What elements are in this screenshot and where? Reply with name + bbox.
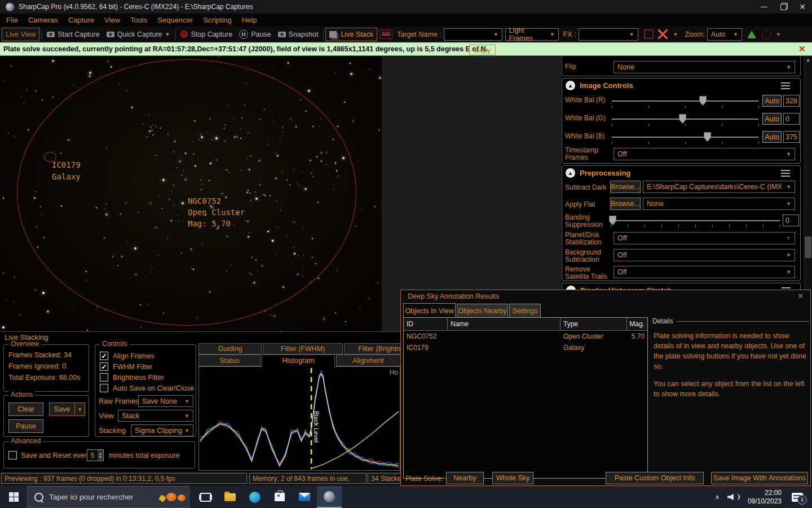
start-capture-button[interactable]: Start Capture	[43, 28, 103, 41]
save-button[interactable]: Save	[49, 402, 75, 416]
save-reset-checkbox[interactable]	[8, 451, 17, 459]
menu-item-sequencer[interactable]: Sequencer	[152, 16, 198, 24]
stack-option-checkbox[interactable]: Auto Save on Clear/Close	[100, 383, 195, 393]
chevron-down-icon[interactable]: ▼	[776, 32, 781, 37]
tab-objects-nearby[interactable]: Objects Nearby	[457, 304, 508, 318]
white-bal-r-auto-button[interactable]: Auto	[762, 95, 782, 107]
stop-capture-button[interactable]: Stop Capture	[177, 28, 236, 41]
menu-item-cameras[interactable]: Cameras	[23, 16, 63, 24]
mail-button[interactable]	[292, 486, 317, 508]
notification-center-button[interactable]: 1	[792, 493, 803, 502]
save-image-annotations-button[interactable]: Save Image With Annotations	[711, 472, 808, 484]
background-subtraction-select[interactable]: Off▼	[614, 249, 795, 261]
minutes-spinner[interactable]: 5 ▲▼	[87, 449, 104, 461]
banding-suppression-slider[interactable]	[611, 220, 780, 221]
stack-option-checkbox[interactable]: Brightness Filter	[100, 372, 195, 383]
plate-solve-whole-sky-button[interactable]: Whole Sky	[492, 472, 533, 484]
close-button[interactable]: ✕	[793, 0, 812, 14]
live-stack-button[interactable]: Live Stack	[325, 28, 377, 41]
tab-guiding[interactable]: Guiding	[198, 343, 262, 354]
column-header-mag[interactable]: Mag.	[627, 318, 646, 330]
column-header-type[interactable]: Type	[561, 318, 627, 330]
section-menu-icon[interactable]	[781, 82, 790, 89]
menu-item-scripting[interactable]: Scripting	[198, 16, 237, 24]
reticle-icon[interactable]	[761, 29, 771, 40]
stack-option-checkbox[interactable]: ✓FWHM Filter	[100, 361, 195, 372]
frame-type-select[interactable]: Light Frames▼	[505, 28, 559, 41]
selection-area-icon[interactable]	[644, 29, 654, 39]
scrollbar-up-icon[interactable]: ▲	[804, 56, 812, 63]
clear-button[interactable]: Clear	[8, 402, 43, 416]
clock[interactable]: 22:00 09/10/2023	[748, 489, 782, 506]
white-bal-b-auto-button[interactable]: Auto	[762, 131, 782, 143]
pause-button[interactable]: Pause	[236, 28, 274, 41]
crosshair-overlay-icon[interactable]: ❌	[657, 29, 669, 40]
tab-settings[interactable]: Settings	[509, 304, 541, 318]
close-notification-icon[interactable]: ✕	[798, 44, 806, 54]
flip-select[interactable]: None▼	[614, 61, 795, 73]
live-view-button[interactable]: Live View	[2, 28, 39, 41]
menu-item-file[interactable]: File	[1, 16, 23, 24]
tab-histogram[interactable]: Histogram	[262, 354, 335, 367]
file-explorer-button[interactable]	[218, 486, 242, 508]
maximize-button[interactable]	[774, 0, 793, 14]
tab-filter-fwhm[interactable]: Filter (FWHM)	[263, 343, 343, 354]
paste-custom-object-button[interactable]: Paste Custom Object Info	[606, 472, 704, 484]
menu-item-help[interactable]: Help	[237, 16, 262, 24]
starfield[interactable]: IC0179 Galaxy NGC0752 Open Cluster Mag: …	[0, 56, 382, 331]
apply-flat-select[interactable]: None▼	[643, 198, 795, 210]
menu-item-tools[interactable]: Tools	[125, 16, 152, 24]
object-table-row[interactable]: IC0179Galaxy	[404, 342, 647, 353]
spinner-arrows-icon[interactable]: ▲▼	[98, 450, 103, 461]
dialog-close-icon[interactable]: ✕	[797, 292, 804, 300]
volume-icon[interactable]	[727, 494, 740, 500]
stacking-select[interactable]: Sigma Clipping▼	[131, 424, 193, 436]
search-box[interactable]: Taper ici pour rechercher	[27, 486, 189, 508]
quick-capture-button[interactable]: Quick Capture ▼	[103, 28, 174, 41]
white-bal-r-value[interactable]: 328	[783, 95, 800, 107]
menu-item-capture[interactable]: Capture	[63, 16, 99, 24]
timestamp-frames-select[interactable]: Off▼	[614, 148, 795, 160]
minimize-button[interactable]: —	[754, 0, 774, 14]
collapse-section-icon[interactable]: ▲	[566, 168, 575, 178]
tab-objects-in-view[interactable]: Objects In View	[403, 303, 456, 318]
apply-flat-browse-button[interactable]: Browse...	[610, 198, 641, 210]
chevron-down-icon[interactable]: ▼	[673, 32, 678, 37]
raw-frames-select[interactable]: Save None▼	[138, 395, 193, 407]
histogram-icon[interactable]	[747, 30, 756, 38]
remove-satellite-trails-select[interactable]: Off▼	[614, 266, 795, 278]
white-bal-g-auto-button[interactable]: Auto	[762, 113, 782, 125]
column-header-name[interactable]: Name	[448, 318, 561, 330]
zoom-select[interactable]: Auto▼	[707, 28, 742, 41]
microsoft-store-button[interactable]	[267, 486, 292, 508]
section-menu-icon[interactable]	[781, 170, 790, 177]
collapse-section-icon[interactable]: ▲	[566, 286, 576, 290]
subtract-dark-select[interactable]: E:\SharpCap Captures\darks\Ceres-C (IMX2…	[643, 181, 795, 193]
copy-button[interactable]: Copy	[469, 45, 496, 55]
banding-suppression-value[interactable]: 0	[783, 214, 799, 226]
menu-item-view[interactable]: View	[99, 16, 125, 24]
sharpcap-taskbar-button[interactable]	[317, 486, 342, 508]
stack-option-checkbox[interactable]: ✓Align Frames	[100, 351, 195, 361]
snapshot-button[interactable]: Snapshot	[275, 28, 322, 41]
white-bal-g-value[interactable]: 0	[783, 113, 800, 125]
save-dropdown-button[interactable]: ▼	[75, 402, 85, 416]
pause-stack-button[interactable]: Pause	[8, 419, 43, 433]
white-bal-b-value[interactable]: 375	[783, 131, 800, 143]
column-header-id[interactable]: ID	[404, 318, 448, 330]
scrollbar-thumb[interactable]	[805, 237, 811, 258]
fx-select[interactable]: ▼	[579, 28, 638, 41]
subtract-dark-browse-button[interactable]: Browse...	[610, 181, 641, 193]
white-bal-r-slider[interactable]	[612, 100, 758, 102]
planet-stabilization-select[interactable]: Off▼	[614, 232, 795, 244]
plate-solve-nearby-button[interactable]: Nearby	[446, 472, 484, 484]
target-name-select[interactable]: ▼	[444, 28, 502, 41]
object-table-row[interactable]: NGC0752Open Cluster5.70	[404, 331, 647, 342]
tray-expand-icon[interactable]: ∧	[715, 493, 720, 501]
edge-browser-button[interactable]	[242, 486, 267, 508]
start-button[interactable]	[0, 486, 27, 508]
tab-status[interactable]: Status	[198, 354, 261, 366]
view-select[interactable]: Stack▼	[118, 410, 193, 422]
collapse-section-icon[interactable]: ▲	[566, 81, 575, 90]
white-bal-b-slider[interactable]	[612, 137, 758, 138]
